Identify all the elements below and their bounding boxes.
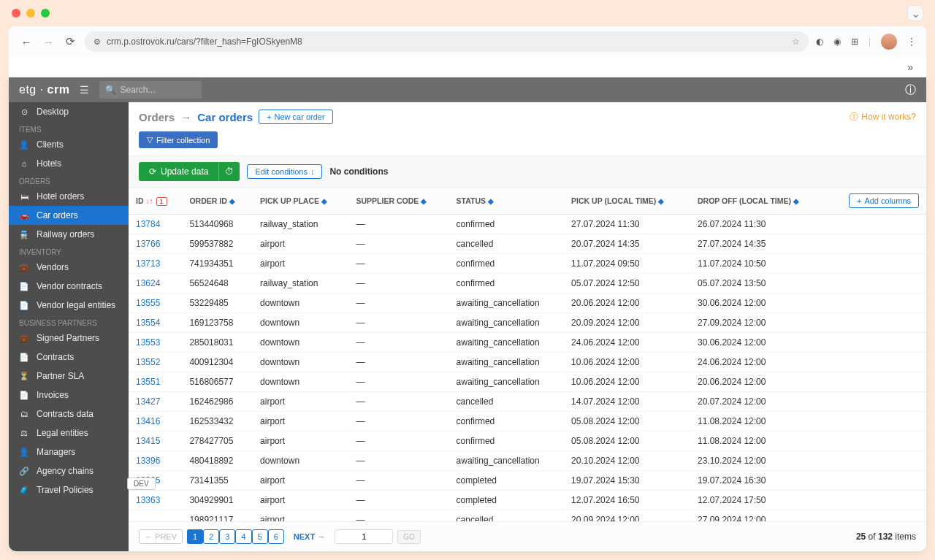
extension-icon-2[interactable]: ◉ (833, 37, 841, 47)
new-car-order-button[interactable]: +New car order (259, 110, 333, 124)
table-row[interactable]: 13365 73141355 airport — completed 19.07… (129, 471, 926, 491)
cell-id[interactable]: 13415 (129, 431, 182, 451)
page-input[interactable] (335, 529, 393, 544)
sidebar-item-legal-entities[interactable]: ⚖Legal entities (9, 423, 129, 442)
back-icon[interactable]: ← (19, 36, 34, 48)
browser-menu-icon[interactable]: ⋮ (907, 37, 916, 47)
cell-id[interactable]: 13553 (129, 333, 182, 353)
table-row[interactable]: 13427 162462986 airport — cancelled 14.0… (129, 392, 926, 412)
cell-order-id: 56524648 (182, 274, 253, 294)
cell-id[interactable]: 13554 (129, 313, 182, 333)
bookmarks-bar: » (9, 57, 926, 77)
page-5[interactable]: 5 (252, 529, 268, 544)
breadcrumb-root[interactable]: Orders (139, 111, 175, 123)
profile-avatar[interactable] (881, 34, 897, 50)
next-page-button[interactable]: NEXT → (289, 530, 330, 543)
add-columns-button[interactable]: +Add columns (849, 193, 919, 208)
cell-id[interactable]: 13416 (129, 412, 182, 431)
sidebar-item-signed-partners[interactable]: 💼Signed Partners (9, 329, 129, 348)
sidebar-item-partner-sla[interactable]: ⏳Partner SLA (9, 367, 129, 386)
sidebar-item-agency-chains[interactable]: 🔗Agency chains (9, 461, 129, 480)
page-2[interactable]: 2 (203, 529, 219, 544)
sidebar-item-hotels[interactable]: ⌂Hotels (9, 154, 129, 173)
app-logo[interactable]: etg · crm (19, 83, 69, 96)
global-search[interactable]: 🔍 (99, 81, 202, 99)
table-row[interactable]: 13784 513440968 railway_station — confir… (129, 215, 926, 234)
cell-id[interactable]: 13427 (129, 392, 182, 412)
cell-id[interactable]: 13713 (129, 254, 182, 274)
close-window[interactable] (12, 9, 20, 18)
sidebar-item-vendors[interactable]: 💼Vendors (9, 258, 129, 277)
cell-id[interactable]: 13552 (129, 353, 182, 372)
maximize-window[interactable] (41, 9, 50, 18)
col-supplier[interactable]: SUPPLIER CODE◆ (349, 188, 449, 215)
table-row[interactable]: 13555 53229485 downtown — awaiting_cance… (129, 294, 926, 313)
cell-id[interactable]: 13551 (129, 372, 182, 392)
cell-id[interactable] (129, 510, 182, 522)
sidebar-item-managers[interactable]: 👤Managers (9, 442, 129, 461)
cell-id[interactable]: 13624 (129, 274, 182, 294)
update-data-button[interactable]: ⟳Update data (139, 162, 218, 181)
sidebar-item-contracts[interactable]: 📄Contracts (9, 348, 129, 367)
sidebar-item-railway-orders[interactable]: 🚆Railway orders (9, 225, 129, 244)
titlebar-dropdown-icon[interactable]: ⌄ (907, 5, 923, 21)
col-status[interactable]: STATUS◆ (449, 188, 564, 215)
extension-icon-1[interactable]: ◐ (816, 37, 823, 47)
how-it-works-link[interactable]: ⓘHow it works? (850, 111, 916, 123)
filter-collection-button[interactable]: ▽Filter collection (139, 131, 218, 148)
extensions-icon[interactable]: ⊞ (851, 37, 858, 47)
cell-id[interactable]: 13555 (129, 294, 182, 313)
cell-id[interactable]: 13784 (129, 215, 182, 234)
col-dropoff-time[interactable]: DROP OFF (LOCAL TIME)◆ (690, 188, 827, 215)
table-row[interactable]: 13551 516806577 downtown — awaiting_canc… (129, 372, 926, 392)
prev-page-button[interactable]: ← PREV (139, 529, 183, 544)
sidebar-item-contracts-data[interactable]: 🗂Contracts data (9, 404, 129, 423)
page-4[interactable]: 4 (235, 529, 251, 544)
table-row[interactable]: 13624 56524648 railway_station — confirm… (129, 274, 926, 294)
sidebar-item-travel-policies[interactable]: 🧳Travel Policies (9, 480, 129, 499)
table-row[interactable]: 13552 400912304 downtown — awaiting_canc… (129, 353, 926, 372)
table-row[interactable]: 198921117 airport — cancelled 20.09.2024… (129, 510, 926, 522)
forward-icon[interactable]: → (41, 36, 56, 48)
col-id[interactable]: ID↓↑1 (129, 188, 182, 215)
update-data-timer-button[interactable]: ⏱ (218, 162, 240, 181)
col-order-id[interactable]: ORDER ID◆ (182, 188, 253, 215)
bookmarks-overflow-icon[interactable]: » (907, 61, 913, 73)
table-row[interactable]: 13713 741934351 airport — confirmed 11.0… (129, 254, 926, 274)
col-pickup-place[interactable]: PICK UP PLACE◆ (253, 188, 348, 215)
cell-id[interactable]: 13766 (129, 234, 182, 254)
table-row[interactable]: 13363 304929901 airport — completed 12.0… (129, 491, 926, 510)
sidebar-item-vendor-contracts[interactable]: 📄Vendor contracts (9, 277, 129, 296)
edit-conditions-button[interactable]: Edit conditions ↓ (247, 164, 322, 179)
table-row[interactable]: 13554 169123758 downtown — awaiting_canc… (129, 313, 926, 333)
address-bar[interactable]: ⚙ crm.p.ostrovok.ru/cars/?filter_hash=Fg… (85, 31, 809, 52)
bookmark-star-icon[interactable]: ☆ (792, 37, 800, 47)
sidebar-item-vendor-legal[interactable]: 📄Vendor legal entities (9, 296, 129, 315)
reload-icon[interactable]: ⟳ (63, 35, 77, 48)
col-pickup-time[interactable]: PICK UP (LOCAL TIME)◆ (564, 188, 690, 215)
go-button[interactable]: GO (397, 530, 421, 544)
cell-pickup-place: downtown (253, 294, 348, 313)
cell-id[interactable]: 13363 (129, 491, 182, 510)
cell-supplier: — (349, 451, 449, 471)
table-row[interactable]: 13553 285018031 downtown — awaiting_canc… (129, 333, 926, 353)
site-settings-icon[interactable]: ⚙ (94, 37, 101, 47)
sidebar-item-invoices[interactable]: 📄Invoices (9, 386, 129, 404)
table-row[interactable]: 13396 480418892 downtown — awaiting_canc… (129, 451, 926, 471)
hamburger-icon[interactable]: ☰ (80, 84, 89, 96)
minimize-window[interactable] (26, 9, 35, 18)
page-6[interactable]: 6 (268, 529, 284, 544)
search-input[interactable] (120, 85, 196, 95)
sidebar-item-desktop[interactable]: ⊙Desktop (9, 102, 129, 121)
sidebar-item-hotel-orders[interactable]: 🛏Hotel orders (9, 187, 129, 206)
page-1[interactable]: 1 (187, 529, 203, 544)
table-row[interactable]: 13416 162533432 airport — confirmed 05.0… (129, 412, 926, 431)
table-row[interactable]: 13415 278427705 airport — confirmed 05.0… (129, 431, 926, 451)
cell-pickup-time: 20.06.2024 12:00 (564, 294, 690, 313)
table-row[interactable]: 13766 599537882 airport — cancelled 20.0… (129, 234, 926, 254)
sidebar-item-clients[interactable]: 👤Clients (9, 135, 129, 154)
help-icon[interactable]: ⓘ (905, 83, 916, 97)
sidebar-item-car-orders[interactable]: 🚗Car orders (9, 206, 129, 225)
cell-id[interactable]: 13396 (129, 451, 182, 471)
page-3[interactable]: 3 (219, 529, 235, 544)
